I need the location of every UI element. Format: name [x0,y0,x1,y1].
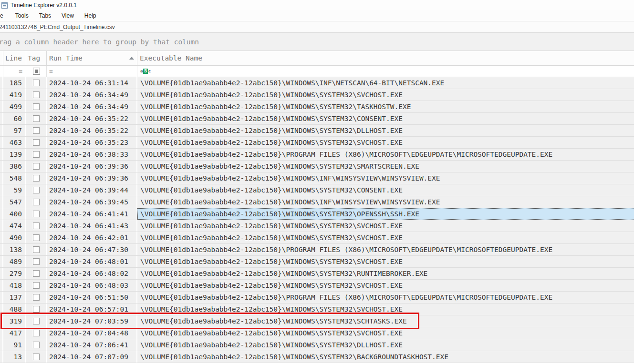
tag-checkbox[interactable] [33,282,40,289]
cell-tag[interactable] [26,196,47,208]
cell-run-time[interactable]: 2024-10-24 06:48:01 [47,256,137,267]
tag-checkbox[interactable] [33,211,40,217]
cell-tag[interactable] [26,113,47,124]
cell-tag[interactable] [26,172,47,184]
table-row[interactable]: 3192024-10-24 07:03:59\VOLUME{01db1ae9ab… [0,315,634,327]
tag-checkbox[interactable] [33,175,40,182]
cell-run-time[interactable]: 2024-10-24 06:31:14 [47,77,137,89]
cell-run-time[interactable]: 2024-10-24 06:39:36 [47,172,137,184]
tag-checkbox[interactable] [33,163,40,170]
cell-executable-name[interactable]: \VOLUME{01db1ae9ababb4e2-12abc150}\WINDO… [137,113,634,124]
table-row[interactable]: 4182024-10-24 06:48:03\VOLUME{01db1ae9ab… [0,280,634,292]
cell-tag[interactable] [26,149,47,160]
cell-line[interactable]: 91 [3,339,26,351]
menu-item-tabs[interactable]: Tabs [34,11,56,20]
cell-executable-name[interactable]: \VOLUME{01db1ae9ababb4e2-12abc150}\PROGR… [137,292,634,303]
cell-executable-name[interactable]: \VOLUME{01db1ae9ababb4e2-12abc150}\WINDO… [137,220,634,232]
table-row[interactable]: 4902024-10-24 06:42:01\VOLUME{01db1ae9ab… [0,232,634,244]
column-header-executable-name[interactable]: Executable Name [137,51,634,65]
table-row[interactable]: 972024-10-24 06:35:22\VOLUME{01db1ae9aba… [0,125,634,137]
table-row[interactable]: 4742024-10-24 06:41:43\VOLUME{01db1ae9ab… [0,220,634,232]
cell-executable-name[interactable]: \VOLUME{01db1ae9ababb4e2-12abc150}\WINDO… [137,327,634,339]
cell-line[interactable]: 547 [3,196,26,208]
cell-line[interactable]: 279 [3,268,26,279]
cell-run-time[interactable]: 2024-10-24 06:51:50 [47,292,137,303]
column-header-tag[interactable]: Tag [26,51,47,65]
tag-checkbox[interactable] [33,258,40,265]
cell-tag[interactable] [26,292,47,303]
cell-run-time[interactable]: 2024-10-24 06:57:01 [47,303,137,315]
cell-line[interactable]: 463 [3,137,26,148]
cell-line[interactable]: 548 [3,172,26,184]
cell-executable-name[interactable]: \VOLUME{01db1ae9ababb4e2-12abc150}\WINDO… [137,101,634,112]
cell-tag[interactable] [26,268,47,279]
cell-run-time[interactable]: 2024-10-24 07:06:41 [47,339,137,351]
cell-tag[interactable] [26,232,47,243]
filter-run-time-cell[interactable]: = [47,66,137,77]
cell-tag[interactable] [26,125,47,136]
tag-checkbox[interactable] [33,318,40,324]
cell-executable-name[interactable]: \VOLUME{01db1ae9ababb4e2-12abc150}\WINDO… [137,137,634,148]
tag-checkbox[interactable] [33,103,40,110]
table-row[interactable]: 2792024-10-24 06:48:02\VOLUME{01db1ae9ab… [0,268,634,280]
cell-line[interactable]: 139 [3,149,26,160]
table-row[interactable]: 5472024-10-24 06:39:45\VOLUME{01db1ae9ab… [0,196,634,208]
cell-line[interactable]: 185 [3,77,26,89]
tag-checkbox[interactable] [33,127,40,134]
table-row[interactable]: 4992024-10-24 06:34:49\VOLUME{01db1ae9ab… [0,101,634,113]
column-header-line[interactable]: Line [3,51,26,65]
column-header-run-time[interactable]: Run Time [47,51,137,65]
cell-tag[interactable] [26,280,47,291]
cell-line[interactable]: 386 [3,161,26,172]
table-row[interactable]: 4192024-10-24 06:34:49\VOLUME{01db1ae9ab… [0,89,634,101]
table-row[interactable]: 4632024-10-24 06:35:23\VOLUME{01db1ae9ab… [0,137,634,149]
cell-tag[interactable] [26,315,47,327]
tag-checkbox[interactable] [33,151,40,158]
cell-line[interactable]: 59 [3,184,26,196]
tag-checkbox[interactable] [33,187,40,193]
table-row[interactable]: 4172024-10-24 07:04:48\VOLUME{01db1ae9ab… [0,327,634,339]
tag-checkbox[interactable] [33,246,40,253]
cell-tag[interactable] [26,161,47,172]
group-by-panel[interactable]: rag a column header here to group by tha… [0,33,634,51]
menu-item-view[interactable]: View [56,11,79,20]
table-row[interactable]: 1852024-10-24 06:31:14\VOLUME{01db1ae9ab… [0,77,634,89]
cell-run-time[interactable]: 2024-10-24 06:47:30 [47,244,137,255]
cell-line[interactable]: 400 [3,208,26,220]
table-row[interactable]: 912024-10-24 07:06:41\VOLUME{01db1ae9aba… [0,339,634,351]
cell-run-time[interactable]: 2024-10-24 06:39:45 [47,196,137,208]
cell-run-time[interactable]: 2024-10-24 06:34:49 [47,89,137,101]
cell-run-time[interactable]: 2024-10-24 06:35:23 [47,137,137,148]
cell-executable-name[interactable]: \VOLUME{01db1ae9ababb4e2-12abc150}\WINDO… [137,89,634,101]
table-row[interactable]: 132024-10-24 07:07:09\VOLUME{01db1ae9aba… [0,351,634,363]
cell-tag[interactable] [26,351,47,363]
tag-checkbox[interactable] [33,234,40,241]
cell-line[interactable]: 13 [3,351,26,363]
table-row[interactable]: 1372024-10-24 06:51:50\VOLUME{01db1ae9ab… [0,292,634,303]
filter-executable-cell[interactable]: aBc [137,66,634,77]
table-row[interactable]: 602024-10-24 06:35:22\VOLUME{01db1ae9aba… [0,113,634,125]
cell-tag[interactable] [26,184,47,196]
tag-checkbox[interactable] [33,222,40,229]
table-row[interactable]: 592024-10-24 06:39:44\VOLUME{01db1ae9aba… [0,184,634,196]
cell-run-time[interactable]: 2024-10-24 06:35:22 [47,113,137,124]
cell-run-time[interactable]: 2024-10-24 07:07:09 [47,351,137,363]
cell-executable-name[interactable]: \VOLUME{01db1ae9ababb4e2-12abc150}\WINDO… [137,161,634,172]
cell-tag[interactable] [26,256,47,267]
cell-run-time[interactable]: 2024-10-24 06:34:49 [47,101,137,112]
tag-checkbox[interactable] [33,199,40,205]
cell-executable-name[interactable]: \VOLUME{01db1ae9ababb4e2-12abc150}\WINDO… [137,208,634,220]
cell-line[interactable]: 137 [3,292,26,303]
table-row[interactable]: 5482024-10-24 06:39:36\VOLUME{01db1ae9ab… [0,172,634,184]
cell-tag[interactable] [26,244,47,255]
tab-csv-file[interactable]: 241103132746_PECmd_Output_Timeline.csv [0,24,115,30]
cell-run-time[interactable]: 2024-10-24 06:38:33 [47,149,137,160]
cell-run-time[interactable]: 2024-10-24 06:41:41 [47,208,137,220]
table-row[interactable]: 4882024-10-24 06:57:01\VOLUME{01db1ae9ab… [0,303,634,315]
table-row[interactable]: 4002024-10-24 06:41:41\VOLUME{01db1ae9ab… [0,208,634,220]
cell-tag[interactable] [26,303,47,315]
tag-checkbox[interactable] [33,330,40,336]
cell-tag[interactable] [26,137,47,148]
cell-line[interactable]: 418 [3,280,26,291]
cell-run-time[interactable]: 2024-10-24 06:35:22 [47,125,137,136]
